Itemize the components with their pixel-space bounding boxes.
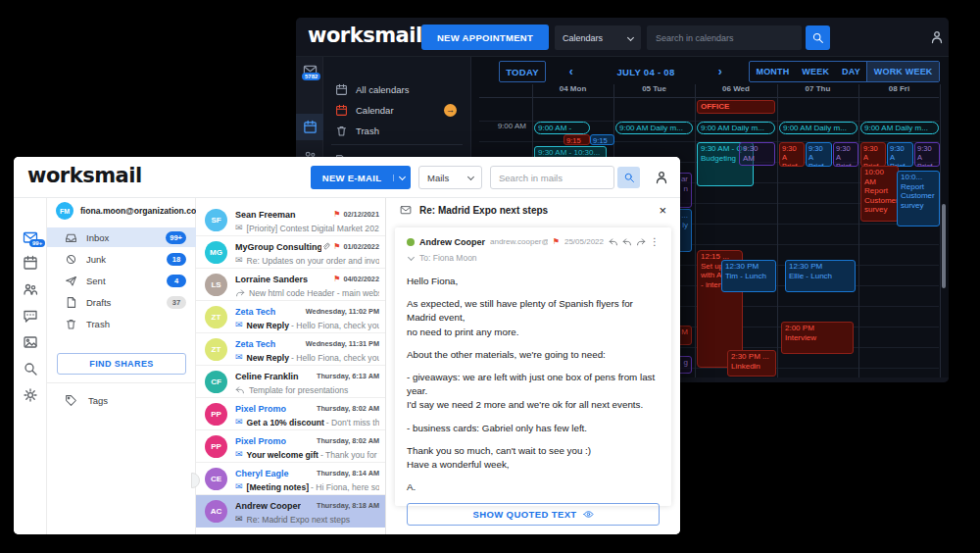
body-paragraph: - giveaways: we are left with just one b…: [407, 371, 660, 413]
reading-pane-header: Re: Madrid Expo next steps ×: [386, 198, 680, 222]
calendar-event[interactable]: 9:30 ABrief: [833, 142, 858, 167]
calendar-search-input[interactable]: [647, 25, 802, 50]
calendar-event[interactable]: 9:30 ABrief: [860, 142, 886, 167]
list-item[interactable]: CF Celine FranklinThursday, 6:13 AM Temp…: [196, 366, 385, 398]
chevron-down-icon[interactable]: [393, 175, 411, 181]
calendar-event[interactable]: 9:30 AMBrief: [739, 142, 775, 166]
reply-icon[interactable]: [609, 237, 618, 247]
chat-icon[interactable]: [23, 308, 38, 324]
prev-arrow-button[interactable]: ‹: [564, 61, 579, 82]
show-quoted-label: SHOW QUOTED TEXT: [472, 509, 576, 520]
chevron-down-icon: [408, 253, 415, 260]
calendar-event[interactable]: 9:30 ABrief: [806, 142, 832, 167]
sender-name: Lorraine Sanders: [235, 275, 308, 284]
next-arrow-button[interactable]: ›: [712, 61, 728, 82]
message-subject: Re: Updates on your order and invoice: [247, 256, 379, 266]
calendar-event[interactable]: 9:30 ABrief: [887, 142, 913, 167]
list-item[interactable]: MG MyGroup Consulting⚑01/02/2022 ✉Re: Up…: [196, 236, 385, 269]
mail-search-input[interactable]: [490, 166, 614, 189]
avatar: CF: [205, 371, 227, 393]
find-shares-button[interactable]: FIND SHARES: [57, 353, 186, 375]
calendar-event[interactable]: 12:30 PMEllie - Lunch: [785, 260, 856, 292]
calendar-scrollbar[interactable]: [942, 204, 946, 288]
sidebar-item-drafts[interactable]: Drafts37: [47, 292, 196, 312]
sender-name: MyGroup Consulting: [235, 242, 321, 252]
new-email-button[interactable]: NEW E-MAIL: [311, 166, 411, 189]
calendar-event[interactable]: 9:00 AM Daily m...: [860, 122, 939, 134]
account-row[interactable]: FM fiona.moon@organization.com: [47, 198, 196, 224]
sidebar-item-tags[interactable]: Tags: [47, 390, 196, 410]
sidebar-item-junk[interactable]: Junk18: [47, 249, 196, 269]
calendar-event[interactable]: 10:00 AMReport Customer survey: [860, 166, 899, 222]
event-time: 9:30 A: [808, 144, 829, 162]
mail-search-button[interactable]: [617, 167, 640, 188]
arrow-badge-icon[interactable]: →: [444, 104, 457, 117]
calendar-event[interactable]: 10:0...Report Customer survey: [897, 171, 940, 226]
calendar-icon[interactable]: [23, 255, 38, 271]
list-item[interactable]: CE Cheryl EagleThursday, 8:14 AM ✉[Meeti…: [196, 463, 385, 495]
search-icon[interactable]: [23, 361, 38, 377]
mails-dropdown[interactable]: Mails: [418, 166, 482, 189]
sidebar-item-trash[interactable]: Trash: [323, 121, 470, 141]
list-item[interactable]: LS Lorraine Sanders⚑04/02/2022 New html …: [196, 269, 385, 301]
flag-icon[interactable]: ⚑: [333, 211, 340, 219]
new-appointment-button[interactable]: NEW APPOINTMENT: [421, 25, 549, 50]
account-icon[interactable]: [654, 170, 669, 185]
image-icon[interactable]: [23, 334, 38, 350]
sidebar-item-all-calendars[interactable]: All calendars: [323, 79, 470, 100]
calendar-event[interactable]: 9:00 AM Daily m...: [697, 122, 775, 134]
recipient-row[interactable]: To: Fiona Moon: [407, 253, 660, 263]
calendar-event[interactable]: 9:30 ABrief: [914, 142, 940, 167]
calendar-event[interactable]: 9:15 A: [590, 134, 614, 145]
view-tab-month[interactable]: MONTH: [750, 62, 796, 81]
calendar-event[interactable]: 2:00 PMInterview: [781, 322, 854, 354]
calendar-event[interactable]: 12:30 PMTim - Lunch: [721, 260, 776, 292]
reply-all-icon[interactable]: [622, 237, 632, 247]
account-icon[interactable]: [929, 29, 945, 45]
list-item[interactable]: PP Pixel PromoThursday, 8:02 AM ✉Get a 1…: [196, 398, 385, 430]
flag-icon[interactable]: ⚑: [333, 276, 340, 283]
calendars-dropdown[interactable]: Calendars: [555, 25, 641, 50]
sidebar-item-sent[interactable]: Sent4: [47, 271, 196, 290]
calendar-icon: [335, 104, 348, 117]
gear-icon[interactable]: [23, 387, 38, 403]
more-options-icon[interactable]: ⋮: [650, 236, 660, 247]
calendar-event[interactable]: 9:30 ABrief: [779, 142, 805, 167]
message-preview: - Hello Fiona, check your pr...: [291, 353, 379, 363]
new-email-label: NEW E-MAIL: [311, 173, 393, 183]
list-item[interactable]: ZT Zeta TechWednesday, 11:31 PM ✉New Rep…: [196, 333, 385, 366]
envelope-icon: ✉: [235, 256, 243, 265]
calendar-event[interactable]: 9:00 AM Daily m...: [779, 122, 858, 134]
list-item[interactable]: ZT Zeta TechWednesday, 11:02 PM ✉New Rep…: [196, 301, 385, 333]
view-tab-work-week[interactable]: WORK WEEK: [866, 62, 939, 81]
sidebar-item-calendar[interactable]: Calendar→: [323, 100, 470, 121]
event-time: 9:30 A: [863, 144, 883, 162]
people-icon[interactable]: [23, 281, 38, 297]
folder-label: Trash: [86, 319, 186, 329]
flag-icon[interactable]: ⚑: [553, 238, 560, 246]
view-tab-week[interactable]: WEEK: [796, 62, 836, 81]
sender-email: andrew.cooper@organizati...: [490, 237, 548, 246]
flag-icon[interactable]: ⚑: [333, 243, 340, 251]
folder-label: Inbox: [86, 232, 157, 243]
calendar-icon[interactable]: [303, 120, 318, 134]
event-title: Report Customer survey: [901, 182, 936, 211]
show-quoted-text-button[interactable]: SHOW QUOTED TEXT: [407, 503, 660, 526]
today-button[interactable]: TODAY: [499, 61, 546, 82]
list-item[interactable]: PP Pixel PromoThursday, 8:02 AM ✉Your we…: [196, 430, 385, 463]
calendar-search-button[interactable]: [806, 25, 830, 50]
view-tab-day[interactable]: DAY: [836, 62, 867, 81]
close-icon[interactable]: ×: [659, 203, 666, 218]
sidebar-item-inbox[interactable]: Inbox99+: [47, 227, 196, 247]
calendar-event[interactable]: 9:15 A: [564, 134, 590, 145]
sidebar-item-trash[interactable]: Trash: [47, 314, 196, 333]
calendar-event[interactable]: 9:00 AM Daily m...: [615, 122, 693, 134]
calendar-event-office[interactable]: OFFICE: [697, 100, 775, 114]
list-item-selected[interactable]: AC Andrew CooperThursday, 8:18 AM ✉Re: M…: [196, 495, 385, 528]
calendar-event[interactable]: 2:30 PM ...Linkedin: [727, 350, 776, 377]
list-item[interactable]: SF Sean Freeman⚑02/12/2021 ✉[Priority] C…: [196, 204, 385, 236]
event-title: Report Customer survey: [864, 186, 895, 215]
calendar-event[interactable]: 9:00 AM -: [534, 122, 590, 134]
event-time: 9:30 AM -: [701, 144, 734, 153]
forward-icon[interactable]: [636, 237, 646, 247]
